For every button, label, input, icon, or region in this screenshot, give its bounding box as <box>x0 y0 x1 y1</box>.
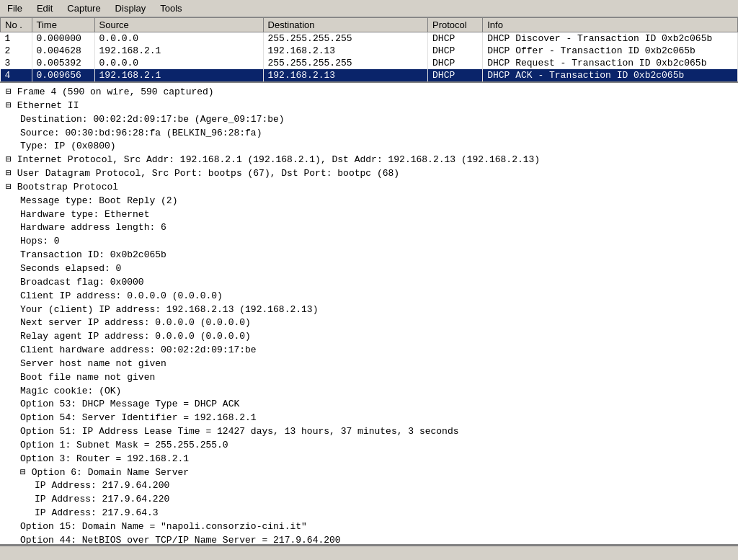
cell-col-destination: 255.255.255.255 <box>263 57 428 69</box>
menu-edit[interactable]: Edit <box>32 1 57 15</box>
detail-text-line: Boot file name not given <box>0 371 738 385</box>
detail-text-line: Seconds elapsed: 0 <box>0 262 738 276</box>
cell-col-info: DHCP Discover - Transaction ID 0xb2c065b <box>483 32 738 45</box>
menu-capture[interactable]: Capture <box>63 1 105 15</box>
detail-text-line: Option 15: Domain Name = "napoli.consorz… <box>0 520 738 534</box>
col-no: No . <box>1 18 32 32</box>
detail-text-line: Option 53: DHCP Message Type = DHCP ACK <box>0 398 738 412</box>
cell-col-no: 3 <box>1 57 32 69</box>
detail-text-line: Client IP address: 0.0.0.0 (0.0.0.0) <box>0 290 738 303</box>
detail-text-line: Hardware type: Ethernet <box>0 208 738 222</box>
detail-text-line: Hops: 0 <box>0 235 738 249</box>
col-info: Info <box>483 18 738 32</box>
detail-text-line: Client hardware address: 00:02:2d:09:17:… <box>0 344 738 357</box>
menubar: File Edit Capture Display Tools <box>0 0 738 17</box>
detail-text-line: Magic cookie: (OK) <box>0 385 738 399</box>
cell-col-destination: 192.168.2.13 <box>263 69 428 81</box>
cell-col-no: 4 <box>1 69 32 81</box>
detail-text-line: IP Address: 217.9.64.3 <box>0 507 738 520</box>
detail-text-line: Option 3: Router = 192.168.2.1 <box>0 453 738 466</box>
cell-col-time: 0.004628 <box>32 45 94 57</box>
menu-file[interactable]: File <box>3 1 27 15</box>
table-row[interactable]: 10.0000000.0.0.0255.255.255.255DHCPDHCP … <box>1 32 738 45</box>
cell-col-protocol: DHCP <box>428 32 483 45</box>
detail-text-line: Source: 00:30:bd:96:28:fa (BELKIN_96:28:… <box>0 127 738 141</box>
table-row[interactable]: 20.004628192.168.2.1192.168.2.13DHCPDHCP… <box>1 45 738 57</box>
detail-text-line: Relay agent IP address: 0.0.0.0 (0.0.0.0… <box>0 330 738 344</box>
detail-text-line: Option 1: Subnet Mask = 255.255.255.0 <box>0 439 738 453</box>
detail-text-line: Option 54: Server Identifier = 192.168.2… <box>0 412 738 425</box>
col-protocol: Protocol <box>428 18 483 32</box>
cell-col-time: 0.009656 <box>32 69 94 81</box>
cell-col-no: 1 <box>1 32 32 45</box>
cell-col-source: 0.0.0.0 <box>94 57 263 69</box>
table-row[interactable]: 40.009656192.168.2.1192.168.2.13DHCPDHCP… <box>1 69 738 81</box>
detail-text-line: Broadcast flag: 0x0000 <box>0 276 738 290</box>
detail-text-line: Type: IP (0x0800) <box>0 140 738 154</box>
detail-tree-node[interactable]: ⊟ Bootstrap Protocol <box>0 181 738 195</box>
cell-col-protocol: DHCP <box>428 57 483 69</box>
detail-text-line: Hardware address length: 6 <box>0 221 738 235</box>
detail-tree-node[interactable]: ⊟ User Datagram Protocol, Src Port: boot… <box>0 167 738 181</box>
cell-col-info: DHCP Offer - Transaction ID 0xb2c065b <box>483 45 738 57</box>
hex-panel <box>0 546 738 560</box>
cell-col-destination: 255.255.255.255 <box>263 32 428 45</box>
menu-display[interactable]: Display <box>111 1 151 15</box>
table-header-row: No . Time Source Destination Protocol In… <box>1 18 738 32</box>
cell-col-source: 0.0.0.0 <box>94 32 263 45</box>
detail-text-line: Server host name not given <box>0 357 738 371</box>
detail-text-line: Option 44: NetBIOS over TCP/IP Name Serv… <box>0 534 738 546</box>
cell-col-source: 192.168.2.1 <box>94 69 263 81</box>
detail-text-line: IP Address: 217.9.64.200 <box>0 479 738 493</box>
col-source: Source <box>94 18 263 32</box>
detail-text-line: Destination: 00:02:2d:09:17:be (Agere_09… <box>0 113 738 127</box>
detail-text-line: Your (client) IP address: 192.168.2.13 (… <box>0 303 738 317</box>
detail-text-line: IP Address: 217.9.64.220 <box>0 493 738 507</box>
col-time: Time <box>32 18 94 32</box>
packet-table: No . Time Source Destination Protocol In… <box>0 17 738 81</box>
detail-text-line: Option 51: IP Address Lease Time = 12427… <box>0 425 738 439</box>
detail-tree-node[interactable]: ⊟ Option 6: Domain Name Server <box>0 466 738 480</box>
cell-col-info: DHCP Request - Transaction ID 0xb2c065b <box>483 57 738 69</box>
packet-list: No . Time Source Destination Protocol In… <box>0 17 738 83</box>
cell-col-info: DHCP ACK - Transaction ID 0xb2c065b <box>483 69 738 81</box>
detail-panel: ⊟ Frame 4 (590 on wire, 590 captured)⊟ E… <box>0 83 738 546</box>
cell-col-protocol: DHCP <box>428 45 483 57</box>
table-row[interactable]: 30.0053920.0.0.0255.255.255.255DHCPDHCP … <box>1 57 738 69</box>
detail-tree-node[interactable]: ⊟ Ethernet II <box>0 99 738 113</box>
menu-tools[interactable]: Tools <box>156 1 186 15</box>
detail-text-line: Transaction ID: 0x0b2c065b <box>0 249 738 262</box>
detail-tree-node[interactable]: ⊟ Frame 4 (590 on wire, 590 captured) <box>0 86 738 99</box>
detail-text-line: Next server IP address: 0.0.0.0 (0.0.0.0… <box>0 316 738 330</box>
detail-text-line: Message type: Boot Reply (2) <box>0 195 738 208</box>
cell-col-time: 0.000000 <box>32 32 94 45</box>
col-destination: Destination <box>263 18 428 32</box>
cell-col-source: 192.168.2.1 <box>94 45 263 57</box>
cell-col-time: 0.005392 <box>32 57 94 69</box>
cell-col-no: 2 <box>1 45 32 57</box>
cell-col-destination: 192.168.2.13 <box>263 45 428 57</box>
detail-tree-node[interactable]: ⊟ Internet Protocol, Src Addr: 192.168.2… <box>0 154 738 167</box>
cell-col-protocol: DHCP <box>428 69 483 81</box>
